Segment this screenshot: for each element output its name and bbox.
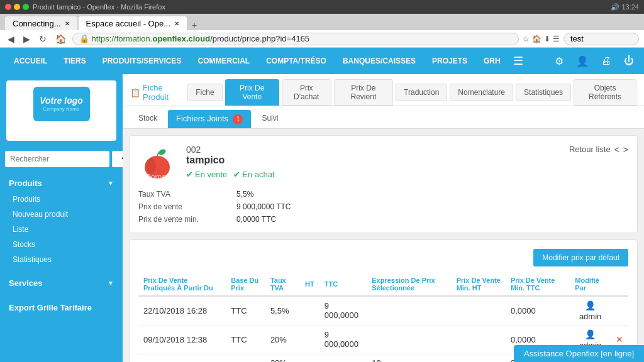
power-nav-icon[interactable]: ⏻ [620,53,638,69]
col-taux: Taux TVA [265,273,300,296]
fiche-produit-link[interactable]: 📋 Fiche Produit [130,83,180,102]
nav-icon-group: ⚙ 👤 🖨 ⏻ [551,53,638,70]
row1-min-ht [452,296,506,326]
search-area [0,147,123,171]
sidebar-services-header[interactable]: Services ▼ [0,275,123,292]
tab-traduction[interactable]: Traduction [396,84,447,101]
search-bar[interactable]: test [564,33,639,45]
tab-prix-achat[interactable]: Prix D'achat [282,79,331,106]
back-button[interactable]: ◀ [5,33,17,45]
home-button[interactable]: 🏠 [53,33,69,45]
tab-nomenclature[interactable]: Nomenclature [450,84,513,101]
nav-grh[interactable]: GRH [476,52,508,70]
close-row-icon[interactable]: ✕ [616,334,623,344]
produits-chevron: ▼ [108,180,114,187]
hamburger-menu[interactable]: ☰ [509,52,527,70]
tab-prix-vente[interactable]: Prix De Vente [225,79,279,106]
nav-tiers[interactable]: TIERS [56,52,93,70]
row3-ttc [319,354,367,362]
sidebar-item-liste[interactable]: Liste [0,222,123,237]
row1-ttc: 9 000,0000 [319,296,367,326]
tab-prix-revient[interactable]: Prix De Revient [334,79,393,106]
tab-fiche[interactable]: Fiche [187,84,222,101]
home-icon[interactable]: 🏠 [532,35,541,43]
forward-button[interactable]: ▶ [21,33,33,45]
svg-point-1 [146,158,156,173]
col-date: Prix De Vente Pratiqués À Partir Du [138,273,226,296]
detail-tva: Taux TVA 5,5% [138,190,628,199]
sidebar-item-statistiques[interactable]: Statistiques [0,252,123,267]
nav-produits[interactable]: PRODUITS/SERVICES [95,52,189,70]
row1-expression [367,296,451,326]
browser-tab-2[interactable]: Espace accueil - Ope... ✕ [79,16,187,30]
modify-prix-button[interactable]: Modifier prix par défaut [533,249,628,266]
sidebar-item-nouveau[interactable]: Nouveau produit [0,207,123,222]
browser-tab-1[interactable]: Connecting... ✕ [5,16,77,30]
product-card: Company Name 002 tampico ✔ En vente ✔ En… [129,135,638,233]
row2-base: TTC [226,325,265,354]
download-icon[interactable]: ⬇ [544,35,550,43]
assistance-label: Assistance Openflex [en ligne] [524,349,634,358]
fiche-produit-label: Fiche Produit [143,83,180,102]
user-name: Manampisoa [36,125,86,134]
col-min-ht: Prix De Vente Min. HT [452,273,506,296]
minimize-btn[interactable] [14,4,20,10]
new-tab-button[interactable]: + [188,20,201,30]
sub-tabs: Stock Fichiers Joints 1 Suivi [123,106,644,129]
col-min-ttc: Prix De Vente Min. TTC [506,273,570,296]
next-arrow[interactable]: > [623,145,628,155]
reload-button[interactable]: ↻ [36,33,49,45]
services-label: Services [9,278,43,288]
nav-accueil[interactable]: ACCUEIL [6,52,55,70]
assistance-bar[interactable]: Assistance Openflex [en ligne] [514,345,644,362]
table-row: 22/10/2018 16:28 TTC 5,5% 9 000,0000 0,0… [138,296,628,326]
col-modifie: Modifié Par [570,273,611,296]
tab-statistiques[interactable]: Statistiques [516,84,571,101]
sidebar: Votre logo Company Name Manampisoa Produ… [0,74,123,362]
prev-arrow[interactable]: < [614,145,619,155]
sidebar-item-produits[interactable]: Produits [0,192,123,207]
retour-btn[interactable]: Retour liste < > [569,145,628,155]
product-details: Taux TVA 5,5% Prix de vente 9 000,0000 T… [138,190,628,224]
nav-commercial[interactable]: COMMERCIAL [191,52,258,70]
sidebar-item-stocks[interactable]: Stocks [0,237,123,252]
detail-prix-vente-min: Prix de vente min. 0,0000 TTC [138,215,628,224]
checkmark-vente: ✔ [186,170,193,179]
tab-objets[interactable]: Objets Référents [574,79,636,106]
sidebar-produits-header[interactable]: Produits ▼ [0,175,123,192]
maximize-btn[interactable] [23,4,29,10]
search-value: test [570,34,584,43]
bookmark-icon[interactable]: ☆ [523,35,530,43]
table-header: Modifier prix par défaut [138,249,628,266]
tab2-close[interactable]: ✕ [174,20,179,27]
tab1-close[interactable]: ✕ [65,20,70,27]
subtab-stock[interactable]: Stock [130,110,165,128]
print-nav-icon[interactable]: 🖨 [597,53,615,69]
col-actions [611,273,628,296]
sidebar-search-input[interactable] [5,151,109,167]
subtab-suivi[interactable]: Suivi [253,110,286,128]
row2-expression [367,325,451,354]
nav-projets[interactable]: PROJETS [425,52,475,70]
main-layout: Votre logo Company Name Manampisoa Produ… [0,74,644,362]
row1-user: admin [579,312,601,321]
svg-text:Company Name: Company Name [145,172,176,182]
row2-min-ht [452,325,506,354]
address-bar: ◀ ▶ ↻ 🏠 🔒 https://formation. openflex.cl… [0,30,644,48]
sidebar-section-services: Services ▼ [0,271,123,295]
close-btn[interactable] [5,4,11,10]
col-ttc: TTC [319,273,367,296]
browser-tab-bar: Connecting... ✕ Espace accueil - Ope... … [0,14,644,30]
user-nav-icon[interactable]: 👤 [572,53,592,70]
nav-compta[interactable]: COMPTA/TRÉSO [258,52,334,70]
settings-nav-icon[interactable]: ⚙ [551,53,567,70]
settings-icon[interactable]: ☰ [553,35,560,43]
tva-value: 5,5% [236,190,253,199]
prix-vente-min-value: 0,0000 TTC [236,215,276,224]
url-bar[interactable]: 🔒 https://formation. openflex.cloud /pro… [72,33,519,45]
row1-taux: 5,5% [265,296,300,326]
nav-banques[interactable]: BANQUES/CAISSES [335,52,423,70]
sidebar-export-header[interactable]: Export Grille Tarifaire [0,299,123,316]
subtab-fichiers[interactable]: Fichiers Joints 1 [168,110,251,128]
tab1-label: Connecting... [13,19,61,28]
